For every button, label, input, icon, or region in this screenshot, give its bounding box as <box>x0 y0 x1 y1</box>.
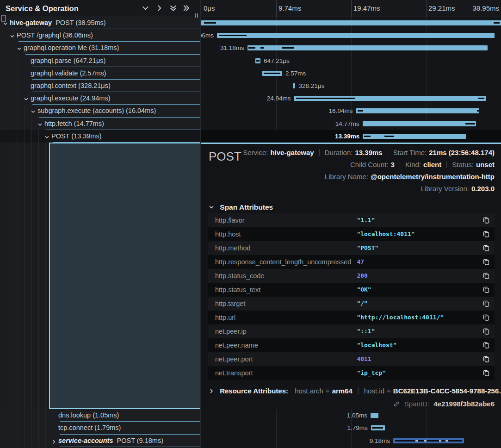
span-attributes-toggle[interactable]: Span Attributes <box>209 201 501 213</box>
indent-guide <box>11 92 11 105</box>
bar-segment-mark <box>296 98 355 99</box>
indent-guide <box>18 130 18 143</box>
chevron-right-icon[interactable] <box>155 4 164 12</box>
indent-guide <box>25 422 25 434</box>
span-service-name: hive-gateway <box>10 19 52 26</box>
copy-icon[interactable] <box>482 244 490 252</box>
copy-icon[interactable] <box>482 328 490 335</box>
copy-icon[interactable] <box>482 286 490 293</box>
panel-resize-handle[interactable] <box>195 11 199 16</box>
span-toggle-icon[interactable] <box>51 438 56 446</box>
indent-guide <box>18 80 18 92</box>
copy-icon[interactable] <box>482 355 490 363</box>
span-bar-row-graphql-context-328-21-s: 328.21μs <box>201 80 501 92</box>
span-duration-bar[interactable] <box>363 134 466 139</box>
bar-duration-label: 16.04ms <box>329 105 356 117</box>
equals-sign: = <box>326 387 330 395</box>
span-row-post-graphql-36-06ms[interactable]: POST /graphql (36.06ms) <box>0 29 200 42</box>
span-row-tcp-connect-1-79ms[interactable]: tcp.connect (1.79ms) <box>0 422 200 434</box>
trace-viewer: Service & Operation hive-gateway POST (3… <box>0 0 501 448</box>
attribute-key: http.target <box>215 297 245 311</box>
stat-label: Library Name: <box>325 173 368 180</box>
span-toggle-icon[interactable] <box>44 133 49 142</box>
span-row-http-fetch-14-77ms[interactable]: http.fetch (14.77ms) <box>0 118 200 130</box>
span-row-subgraph-execute-accounts-16-04ms[interactable]: subgraph.execute (accounts) (16.04ms) <box>0 105 200 117</box>
bar-duration-label: 24.94ms <box>267 92 294 105</box>
indent-guide <box>11 435 11 447</box>
span-duration-bar[interactable] <box>371 413 378 418</box>
span-row-graphql-parse-647-21-s[interactable]: graphql.parse (647.21μs) <box>0 55 200 67</box>
span-toggle-icon[interactable] <box>31 108 36 116</box>
span-duration-bar[interactable] <box>201 20 501 25</box>
copy-icon[interactable] <box>482 258 490 266</box>
stat-label: Service: <box>243 149 268 156</box>
resource-value: arm64 <box>332 387 353 395</box>
indent-guide <box>31 118 32 130</box>
stat-separator <box>446 161 447 168</box>
span-duration-bar[interactable] <box>255 58 260 63</box>
span-service-name: service-accounts <box>58 437 113 444</box>
span-duration-bar[interactable] <box>356 108 479 113</box>
span-duration-bar[interactable] <box>247 45 488 50</box>
bar-duration-label: 9.18ms <box>370 435 393 447</box>
span-duration-bar[interactable] <box>294 96 486 101</box>
copy-icon[interactable] <box>482 272 490 280</box>
span-duration-bar[interactable] <box>217 33 495 38</box>
attribute-key: net.peer.name <box>215 338 258 352</box>
copy-icon[interactable] <box>482 230 490 238</box>
span-row-graphql-context-328-21-s[interactable]: graphql.context (328.21μs) <box>0 80 200 92</box>
attribute-key: http.method <box>215 241 251 255</box>
span-row-graphql-validate-2-57ms[interactable]: graphql.validate (2.57ms) <box>0 67 200 80</box>
attribute-value: 200 <box>357 269 367 283</box>
span-row-hive-gateway-post-38-95ms[interactable]: hive-gateway POST (38.95ms) <box>0 17 200 29</box>
copy-icon[interactable] <box>482 342 490 349</box>
double-chevron-down-icon[interactable] <box>169 4 178 12</box>
span-label: graphql.parse (647.21μs) <box>31 55 105 67</box>
link-icon[interactable] <box>393 401 400 407</box>
double-chevron-right-icon[interactable] <box>182 4 191 12</box>
resource-key: host.id <box>364 387 384 395</box>
span-duration-bar[interactable] <box>371 425 385 430</box>
span-row-service-accounts-post-9-18ms[interactable]: service-accounts POST (9.18ms) <box>0 435 200 447</box>
copy-icon[interactable] <box>482 300 490 307</box>
span-duration-bar[interactable] <box>363 121 476 126</box>
copy-icon[interactable] <box>482 314 490 321</box>
bar-segment-mark <box>248 47 255 49</box>
copy-icon[interactable] <box>482 217 490 224</box>
span-stat-line: Child Count:3Kind:clientStatus:unset <box>243 159 495 171</box>
selected-span-detail-spacer <box>49 143 200 409</box>
indent-guide <box>11 55 11 67</box>
span-row-graphql-execute-24-94ms[interactable]: graphql.execute (24.94ms) <box>0 92 200 105</box>
span-row-dns-lookup-1-05ms[interactable]: dns.lookup (1.05ms) <box>0 409 200 422</box>
span-label: graphql.context (328.21μs) <box>31 80 111 92</box>
attribute-value: "localhost:4011" <box>357 227 414 241</box>
span-row-post-13-39ms[interactable]: POST (13.39ms) <box>0 130 200 143</box>
span-row-graphql-operation-me-31-18ms[interactable]: graphql.operation Me (31.18ms) <box>0 42 200 54</box>
bar-duration-label: 1.79ms <box>347 422 371 434</box>
span-toggle-icon[interactable] <box>24 95 29 104</box>
chevron-down-icon[interactable] <box>142 4 150 12</box>
indent-guide <box>38 130 39 143</box>
indent-guide <box>31 422 32 434</box>
indent-guide <box>45 409 46 422</box>
ruler-tick <box>276 0 277 17</box>
span-toggle-icon[interactable] <box>37 121 43 129</box>
resource-attributes-toggle[interactable]: Resource Attributes: host.arch=arm64host… <box>209 386 501 396</box>
indent-guide <box>11 422 11 434</box>
span-toggle-icon[interactable] <box>17 45 22 53</box>
panel-divider[interactable] <box>200 0 201 448</box>
indent-guide <box>4 422 4 434</box>
span-duration-bar[interactable] <box>393 438 464 443</box>
attribute-row-net-peer-port: net.peer.port4011 <box>208 352 495 366</box>
bar-duration-label: 328.21μs <box>295 80 324 92</box>
span-label: service-accounts POST (9.18ms) <box>58 435 163 447</box>
indent-guide <box>4 409 4 422</box>
attribute-value: "POST" <box>357 241 378 255</box>
span-stat-line: Service:hive-gatewayDuration:13.39msStar… <box>243 147 495 159</box>
span-toggle-icon[interactable] <box>10 32 15 41</box>
indent-guide <box>25 409 25 422</box>
span-duration-bar[interactable] <box>262 71 282 76</box>
span-label: graphql.operation Me (31.18ms) <box>24 42 119 54</box>
bar-segment-mark <box>424 440 427 442</box>
copy-icon[interactable] <box>482 369 490 377</box>
